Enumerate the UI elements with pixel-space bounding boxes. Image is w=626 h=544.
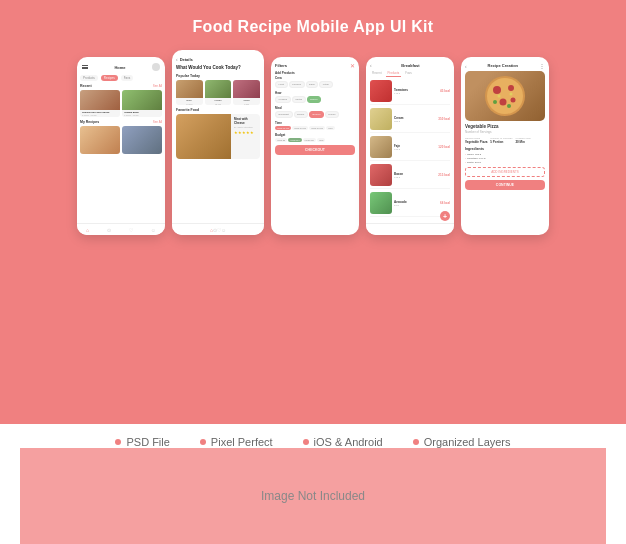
phone-home-screen: Home Products Recipes Favs Recent See Al… bbox=[77, 57, 165, 235]
p1-avatar bbox=[152, 63, 160, 71]
bottom-section: PSD File Pixel Perfect iOS & Android Org… bbox=[0, 424, 626, 544]
p1-recipe-item-1[interactable] bbox=[80, 126, 120, 154]
pizza-svg bbox=[475, 74, 535, 119]
p5-ing-text-1: Onion: 200 g bbox=[467, 153, 481, 156]
p4-tab-favs[interactable]: Favs bbox=[403, 70, 414, 77]
p4-add-button[interactable]: + bbox=[440, 211, 450, 221]
p4-item-bacon[interactable]: Bacon 215 g 215 kcal bbox=[370, 164, 450, 189]
p3-close-icon[interactable]: ✕ bbox=[350, 62, 355, 69]
p1-tab-products[interactable]: Products bbox=[80, 75, 98, 81]
p2-pop-time-3: 8 min bbox=[233, 103, 260, 105]
p5-continue-button[interactable]: CONTINUE bbox=[465, 180, 545, 190]
p3-how-section: How Cooked Salted Baked bbox=[275, 91, 355, 103]
p5-ing-bullet-3: • bbox=[465, 161, 466, 164]
p1-my-recipes: My Recipes See All bbox=[80, 120, 162, 154]
p1-recipe-item-2[interactable] bbox=[122, 126, 162, 154]
p5-more-icon[interactable]: ⋮ bbox=[539, 62, 545, 69]
p3-budget-chip-more[interactable]: More bbox=[317, 138, 326, 142]
svg-point-8 bbox=[498, 94, 501, 97]
p3-filters-title: Filters bbox=[275, 63, 287, 68]
p2-nav-user-icon[interactable]: ☺ bbox=[221, 227, 226, 233]
p4-header: ‹ Breakfast · bbox=[370, 62, 450, 68]
p1-food-meta-1: 2.5 kcal · 25 min bbox=[82, 114, 118, 116]
p5-add-ingredients-button[interactable]: ADD INGREDIENTS bbox=[465, 167, 545, 177]
p1-bottom-nav: ⌂ ⊙ ♡ ☺ bbox=[77, 223, 165, 235]
p4-item-bacon-cal: 215 kcal bbox=[438, 173, 450, 177]
p1-recent-title: Recent bbox=[80, 84, 92, 88]
p4-placeholder: · bbox=[449, 63, 450, 67]
p3-time-chip-1[interactable]: Under 10 min bbox=[275, 126, 291, 130]
p4-item-tomatoes[interactable]: Tomatoes 175 g 45 kcal bbox=[370, 80, 450, 105]
p4-item-fajn[interactable]: Fajn 120 g 120 kcal bbox=[370, 136, 450, 161]
p4-item-fajn-cal: 120 kcal bbox=[438, 145, 450, 149]
p4-bacon-img bbox=[370, 164, 392, 186]
p4-item-fajn-info: Fajn 120 g bbox=[394, 144, 436, 151]
p5-meta-value-3: 30 Min bbox=[515, 140, 530, 144]
p3-budget-chip-3[interactable]: Under $20 bbox=[303, 138, 316, 142]
p2-pop-item-3[interactable]: Quick 8 min bbox=[233, 80, 260, 105]
p1-recent-header: Recent See All bbox=[80, 84, 162, 88]
p3-meal-label: Meal bbox=[275, 106, 355, 110]
p4-item-cream-cal: 350 kcal bbox=[438, 117, 450, 121]
phones-row: Home Products Recipes Favs Recent See Al… bbox=[77, 50, 549, 235]
p1-food-info-1: Grilled Fish with Sauce 2.5 kcal · 25 mi… bbox=[80, 110, 120, 117]
p4-item-bacon-qty: 215 g bbox=[394, 176, 436, 179]
p1-nav-user-icon[interactable]: ☺ bbox=[151, 227, 156, 233]
p2-fav-item[interactable]: Meat with Cheese By: Gusto Alternative ★… bbox=[176, 114, 260, 159]
p3-chip-other[interactable]: Other bbox=[319, 81, 332, 88]
p3-budget-section: Budget Under $5 Under $10 Under $20 More bbox=[275, 133, 355, 142]
p4-cream-img bbox=[370, 108, 392, 130]
p2-pop-item-1[interactable]: Easy 10 min bbox=[176, 80, 203, 105]
p4-back-icon[interactable]: ‹ bbox=[370, 62, 372, 68]
p3-chip-cooked[interactable]: Cooked bbox=[275, 96, 291, 103]
p3-budget-chip-2[interactable]: Under $10 bbox=[288, 138, 301, 142]
p3-time-chip-more[interactable]: More bbox=[326, 126, 335, 130]
p2-popular-label: Popular Today bbox=[176, 74, 260, 78]
p1-food-item-2[interactable]: Veggie Bowl 1.8 kcal · 15 min bbox=[122, 90, 162, 117]
p1-nav-home-icon[interactable]: ⌂ bbox=[86, 227, 89, 233]
p1-tab-favs[interactable]: Favs bbox=[121, 75, 134, 81]
p2-pop-item-2[interactable]: Useful 15 min bbox=[205, 80, 232, 105]
p1-nav-search-icon[interactable]: ⊙ bbox=[107, 227, 111, 233]
p5-recipe-sub: Number of Servings bbox=[465, 130, 545, 134]
p3-checkout-button[interactable]: CHECKOUT bbox=[275, 145, 355, 155]
p3-chip-dinner[interactable]: Dinner bbox=[294, 111, 308, 118]
p3-chip-chicken[interactable]: Chicken bbox=[289, 81, 305, 88]
phone-breakfast-screen: ‹ Breakfast · Recent Products Favs Tomat… bbox=[366, 57, 454, 235]
p1-food-item-1[interactable]: Grilled Fish with Sauce 2.5 kcal · 25 mi… bbox=[80, 90, 120, 117]
p1-food-info-2: Veggie Bowl 1.8 kcal · 15 min bbox=[122, 110, 162, 117]
p1-see-all[interactable]: See All bbox=[153, 84, 162, 88]
p2-pop-img-1 bbox=[176, 80, 203, 98]
p3-time-chip-3[interactable]: Under 30 min bbox=[309, 126, 325, 130]
p1-tab-recipes[interactable]: Recipes bbox=[101, 75, 118, 81]
p1-nav-heart-icon[interactable]: ♡ bbox=[129, 227, 133, 233]
p4-tab-recent[interactable]: Recent bbox=[370, 70, 384, 77]
p3-chip-brunch[interactable]: Brunch bbox=[309, 111, 324, 118]
p3-chip-baked[interactable]: Baked bbox=[307, 96, 321, 103]
p5-back-icon[interactable]: ‹ bbox=[465, 63, 467, 69]
phone-home: Home Products Recipes Favs Recent See Al… bbox=[77, 57, 165, 235]
p2-fav-name: Meat with Cheese bbox=[234, 117, 257, 125]
p2-back-icon[interactable]: ‹ bbox=[176, 56, 178, 62]
p3-chip-meat[interactable]: Meat bbox=[275, 81, 288, 88]
p3-chip-breakfast[interactable]: Breakfast bbox=[275, 111, 293, 118]
p3-chip-eggs[interactable]: Eggs bbox=[306, 81, 319, 88]
p4-tomatoes-img bbox=[370, 80, 392, 102]
p3-time-chip-2[interactable]: Under 30 min bbox=[292, 126, 308, 130]
p3-budget-chip-1[interactable]: Under $5 bbox=[275, 138, 287, 142]
svg-point-6 bbox=[493, 100, 497, 104]
feature-text-pixel: Pixel Perfect bbox=[211, 436, 273, 448]
p4-item-avocado[interactable]: Avocado 64 g 64 kcal bbox=[370, 192, 450, 217]
p2-header: ‹ Details bbox=[176, 55, 260, 63]
p4-tab-products[interactable]: Products bbox=[386, 70, 402, 77]
hamburger-icon[interactable] bbox=[82, 65, 88, 69]
p1-my-recipes-see-all[interactable]: See All bbox=[153, 120, 162, 124]
p5-ing-item-1: • Onion: 200 g bbox=[465, 153, 545, 156]
p4-item-cream[interactable]: Cream 350 g 350 kcal bbox=[370, 108, 450, 133]
p2-pop-time-2: 15 min bbox=[205, 103, 232, 105]
phone-recipe-screen: ‹ Recipe Creation ⋮ bbox=[461, 57, 549, 235]
p3-chip-drinks[interactable]: Drinks bbox=[325, 111, 339, 118]
svg-point-3 bbox=[508, 85, 514, 91]
feature-dot-psd bbox=[115, 439, 121, 445]
p3-chip-salted[interactable]: Salted bbox=[292, 96, 306, 103]
